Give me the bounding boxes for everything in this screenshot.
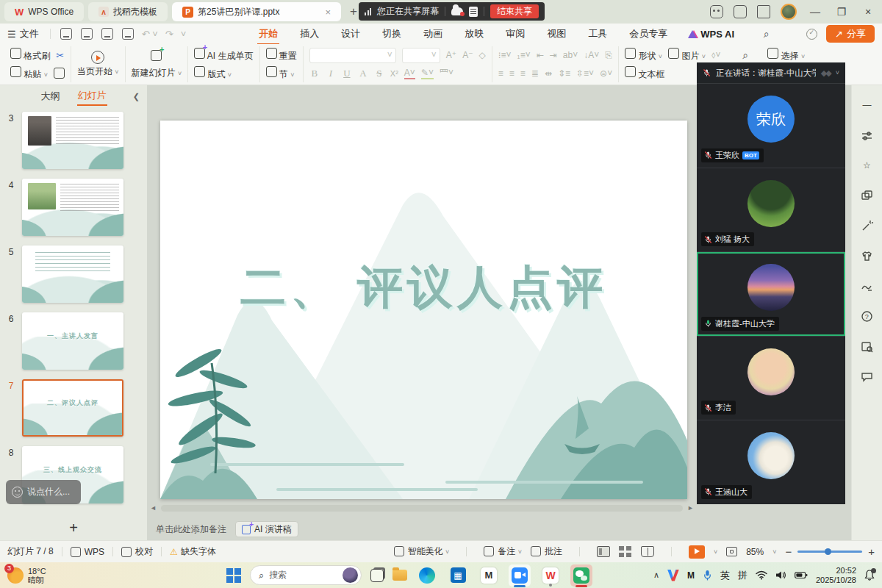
slide-4-thumbnail[interactable]: [22, 179, 123, 236]
print-preview-icon[interactable]: [122, 28, 134, 40]
notes-button[interactable]: 备注 ˅: [484, 545, 522, 558]
sorter-view-button[interactable]: [619, 546, 632, 557]
text-align-icon[interactable]: ⊜˅: [600, 68, 612, 79]
start-button[interactable]: [226, 568, 241, 583]
participant-tile[interactable]: 荣欣 王荣欣 BOT: [697, 83, 845, 168]
restore-button[interactable]: ❐: [833, 6, 850, 18]
edge-browser-button[interactable]: [416, 564, 438, 587]
tab-home[interactable]: 开始: [257, 24, 279, 43]
slideshow-play-button[interactable]: [689, 545, 705, 559]
tab-animation[interactable]: 动画: [422, 24, 444, 43]
decrease-font-icon[interactable]: A⁻: [462, 50, 473, 60]
text-effect-button[interactable]: 罒˅: [440, 67, 453, 79]
zoom-out-button[interactable]: −: [785, 545, 792, 558]
m-tray-icon[interactable]: M: [687, 570, 695, 581]
layout-button[interactable]: 版式 ˅: [194, 66, 232, 81]
reading-view-button[interactable]: [641, 546, 654, 557]
tab-view[interactable]: 视图: [545, 24, 567, 43]
comments-button[interactable]: 批注: [531, 545, 562, 558]
file-explorer-button[interactable]: [392, 570, 407, 581]
tab-insert[interactable]: 插入: [298, 24, 320, 43]
minimize-button[interactable]: —: [807, 6, 823, 18]
tab-review[interactable]: 审阅: [504, 24, 526, 43]
tab-outline[interactable]: 大纲: [40, 87, 61, 105]
tab-tools[interactable]: 工具: [587, 24, 609, 43]
participant-tile[interactable]: 刘猛 扬大: [697, 168, 845, 252]
select-button[interactable]: 选择 ˅: [767, 48, 805, 62]
scroll-left-icon[interactable]: ◄: [147, 504, 159, 512]
font-family-select[interactable]: ˅: [309, 48, 396, 63]
comment-bubble-icon[interactable]: [861, 370, 874, 383]
font-size-select[interactable]: ˅: [402, 48, 440, 63]
shapes-button[interactable]: 形状 ˅: [625, 48, 662, 62]
share-doc-icon[interactable]: [469, 7, 478, 17]
share-button[interactable]: ↗ 分享: [826, 25, 875, 43]
theme-skin-icon[interactable]: [861, 249, 874, 262]
meeting-chevron-icon[interactable]: ˅: [836, 69, 839, 76]
magic-wand-icon[interactable]: [861, 219, 874, 232]
wechat-button[interactable]: [570, 564, 592, 587]
sync-status-icon[interactable]: [806, 29, 817, 40]
slide-3-thumbnail[interactable]: [22, 112, 123, 169]
number-list-icon[interactable]: ₁≡˅: [517, 50, 531, 60]
tab-slides[interactable]: 幻灯片: [77, 87, 107, 106]
proofread-label[interactable]: 校对: [135, 545, 153, 558]
tab-template-store[interactable]: ʌ 找稻壳模板: [88, 2, 168, 21]
align-left-icon[interactable]: ≡: [498, 68, 503, 79]
save-icon[interactable]: [60, 28, 72, 40]
tab-wps-office[interactable]: W WPS Office: [4, 2, 84, 21]
convert-smartart-icon[interactable]: ⎘: [605, 50, 612, 60]
fit-window-button[interactable]: [726, 547, 737, 556]
panel-collapse-icon[interactable]: ❮: [133, 92, 140, 101]
text-direction-icon[interactable]: ↓A˅: [584, 50, 599, 60]
justify-icon[interactable]: ≣: [531, 68, 539, 79]
slide-6-thumbnail[interactable]: 一、主讲人发言: [22, 312, 123, 370]
indent-icon[interactable]: ⇥: [550, 50, 557, 60]
properties-sliders-icon[interactable]: [861, 129, 874, 142]
quickbar-chevron-icon[interactable]: ˅: [181, 29, 187, 40]
tab-wps-ai[interactable]: WPS AI: [688, 29, 734, 40]
distribute-icon[interactable]: ⇹: [545, 68, 552, 79]
section-button[interactable]: 节 ˅: [266, 66, 295, 81]
zoom-slider[interactable]: − +: [785, 545, 875, 558]
participant-tile[interactable]: 王涵山大: [697, 420, 845, 504]
participant-tile[interactable]: 李洁: [697, 336, 845, 420]
cloud-record-icon[interactable]: [451, 7, 463, 15]
store-button[interactable]: ▦: [447, 564, 469, 587]
mic-tray-icon[interactable]: [703, 570, 712, 581]
fill-color-icon[interactable]: ⬨˅: [711, 50, 720, 60]
animation-pane-icon[interactable]: [861, 189, 874, 202]
signature-icon[interactable]: [861, 279, 874, 293]
workspace-icon[interactable]: [734, 5, 747, 18]
strikethrough-button[interactable]: S: [374, 68, 384, 79]
meeting-tray-icon[interactable]: [667, 570, 679, 581]
tray-expand-icon[interactable]: ∧: [653, 570, 659, 580]
tab-transition[interactable]: 切换: [381, 24, 403, 43]
textbox-button[interactable]: 文本框: [625, 66, 664, 81]
missing-font-label[interactable]: 缺失字体: [181, 545, 216, 558]
m-app-button[interactable]: M: [478, 564, 500, 587]
picture-button[interactable]: 图片 ˅: [668, 48, 706, 62]
cut-icon[interactable]: ✂: [56, 50, 64, 61]
play-options-chevron-icon[interactable]: ˅: [714, 548, 717, 556]
undo-icon[interactable]: ↶ ˅: [142, 29, 158, 40]
find-icon[interactable]: ⌕: [742, 49, 748, 62]
slide-7-thumbnail-selected[interactable]: 二、评议人点评: [22, 379, 123, 437]
tab-close-icon[interactable]: ×: [325, 7, 331, 18]
slide-canvas[interactable]: 二、 评议人点评: [160, 121, 687, 499]
ai-assistant-icon[interactable]: [710, 5, 723, 18]
zoom-in-button[interactable]: +: [868, 545, 875, 558]
account-avatar[interactable]: [781, 4, 797, 20]
slide-5-thumbnail[interactable]: [22, 245, 123, 303]
zoom-level[interactable]: 85%: [746, 547, 764, 557]
tab-design[interactable]: 设计: [340, 24, 362, 43]
print-icon[interactable]: [101, 28, 113, 40]
increase-font-icon[interactable]: A⁺: [446, 50, 456, 60]
weather-widget[interactable]: 3 18°C晴朗: [0, 567, 184, 584]
output-icon[interactable]: [81, 28, 93, 40]
apps-box-icon[interactable]: [757, 5, 770, 18]
wifi-icon[interactable]: [756, 570, 767, 580]
task-view-button[interactable]: [370, 569, 384, 582]
thumbnail-row-7[interactable]: 7 二、评议人点评: [0, 379, 147, 437]
line-spacing-icon[interactable]: ⇕≡: [558, 68, 570, 79]
